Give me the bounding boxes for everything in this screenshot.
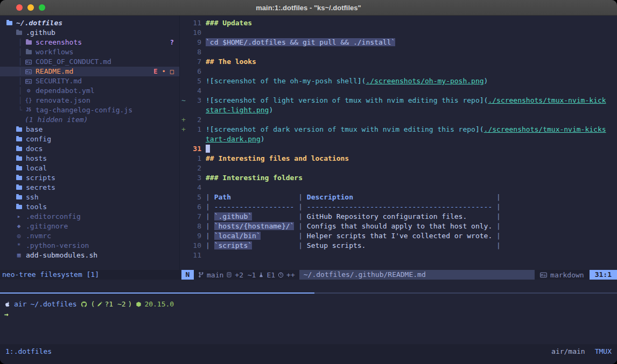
tree-item[interactable]: │{}renovate.json <box>0 96 179 105</box>
status-badge: E <box>153 67 157 76</box>
tree-item[interactable]: ▸.editorconfig <box>0 212 179 222</box>
js-icon: JS <box>25 105 32 115</box>
tree-item-label: ~/.dotfiles <box>16 18 62 28</box>
editor-row[interactable]: 8| `hosts/{hostname}/` | Configs that sh… <box>180 222 617 231</box>
gutter-sign: ~ <box>180 96 188 105</box>
editor-row[interactable]: 1## Interesting files and locations <box>180 154 617 163</box>
prompt-path: ~/.dotfiles <box>30 299 76 309</box>
tree-item[interactable]: .github <box>0 28 179 38</box>
editor-row[interactable]: start-light.png) <box>180 105 617 115</box>
editor-row[interactable]: 5![screenshot of the oh-my-posh shell](.… <box>180 76 617 86</box>
tree-guide: │ <box>18 76 25 86</box>
tree-item[interactable]: │screenshots? <box>0 38 179 47</box>
editor-row[interactable]: 2 <box>180 163 617 173</box>
tree-item[interactable]: │CODE_OF_CONDUCT.md <box>0 57 179 67</box>
tree-item[interactable]: scripts <box>0 173 179 183</box>
sh-icon: ▦ <box>15 251 23 260</box>
close-button[interactable] <box>16 4 23 11</box>
line-number: 10 <box>188 241 201 251</box>
tree-item[interactable]: ◎.nvmrc <box>0 231 179 241</box>
tree-item[interactable]: │README.mdE•□ <box>0 67 179 76</box>
tree-item[interactable]: │SECURITY.md <box>0 76 179 86</box>
tree-item-label: base <box>26 125 43 134</box>
tree-item[interactable]: │⚙dependabot.yml <box>0 86 179 96</box>
folder-icon <box>15 185 23 190</box>
editor-row[interactable]: 3### Interesting folders <box>180 173 617 183</box>
syntax-segment: | <box>496 241 501 249</box>
tree-item[interactable]: │workflows <box>0 47 179 57</box>
tree-item[interactable]: secrets <box>0 183 179 192</box>
syntax-segment: Helper scripts that I've collected or wr… <box>307 232 496 240</box>
editor[interactable]: 11### Updates 10 9`cd $HOME/.dotfiles &&… <box>180 16 617 270</box>
gutter-sign <box>180 241 188 251</box>
tree-item[interactable]: (1 hidden item) <box>0 115 179 125</box>
editor-row[interactable]: 8 <box>180 47 617 57</box>
tree-item-label: .gitignore <box>26 222 68 231</box>
status-badge: ? <box>170 38 174 47</box>
editor-line-text: `cd $HOME/.dotfiles && git pull && ./ins… <box>206 38 617 47</box>
editor-row[interactable]: 10 <box>180 28 617 38</box>
tree-guide: │ <box>18 96 25 105</box>
gutter-sign <box>180 163 188 173</box>
zoom-button[interactable] <box>39 4 45 11</box>
statusline-left: main +2 ~1 E1 ++ <box>194 271 299 279</box>
tree-item[interactable]: ssh <box>0 192 179 202</box>
tree-item[interactable]: *.python-version <box>0 241 179 251</box>
tree-item[interactable]: └JStag-changelog-config.js <box>0 105 179 115</box>
tree-item[interactable]: config <box>0 134 179 144</box>
tree-item[interactable]: ◆.gitignore <box>0 222 179 231</box>
editor-row[interactable]: tart-dark.png) <box>180 134 617 144</box>
folder-icon <box>5 21 13 25</box>
tree-item-label: CODE_OF_CONDUCT.md <box>36 57 111 67</box>
minimize-button[interactable] <box>27 4 34 11</box>
editor-row[interactable]: 9| `local/bin` | Helper scripts that I'v… <box>180 231 617 241</box>
editor-row[interactable]: 10| `scripts` | Setup scripts. | <box>180 241 617 251</box>
editor-row[interactable]: 4 <box>180 183 617 192</box>
tree-item[interactable]: tools <box>0 202 179 212</box>
file-tree[interactable]: ~/.dotfiles.github│screenshots?│workflow… <box>0 16 179 263</box>
editor-buffer[interactable]: 11### Updates 10 9`cd $HOME/.dotfiles &&… <box>180 16 617 263</box>
tree-item[interactable]: hosts <box>0 154 179 163</box>
neotree-sidebar[interactable]: ~/.dotfiles.github│screenshots?│workflow… <box>0 16 180 270</box>
syntax-segment: `.github` <box>214 212 252 220</box>
editor-row[interactable]: 11### Updates <box>180 18 617 28</box>
tree-item[interactable]: docs <box>0 144 179 154</box>
editor-row[interactable]: ~3![screenshot of light version of tmux … <box>180 96 617 105</box>
line-number: 5 <box>188 192 201 202</box>
syntax-segment: ./screenshots/tmux-nvim-kick <box>488 96 606 104</box>
tmux-session-name: air/main <box>551 347 585 355</box>
editor-row[interactable]: 7## The looks <box>180 57 617 67</box>
shell-pane[interactable]: air ~/.dotfiles (?1 ~2) 20.15.0 → <box>0 294 617 344</box>
filetype-label: markdown <box>550 271 584 279</box>
editor-row[interactable]: 4 <box>180 86 617 96</box>
editor-row[interactable]: 5| Path | Description | <box>180 192 617 202</box>
git-counts: ?1 ~2 <box>104 299 125 309</box>
syntax-segment: | <box>298 212 307 220</box>
tree-item[interactable]: local <box>0 163 179 173</box>
tree-item[interactable]: base <box>0 125 179 134</box>
editor-row[interactable]: 7| `.github` | GitHub Repository configu… <box>180 212 617 222</box>
editor-row[interactable]: +2 <box>180 115 617 125</box>
editor-row[interactable]: 31 <box>180 144 617 154</box>
editor-row[interactable]: 9`cd $HOME/.dotfiles && git pull && ./in… <box>180 38 617 47</box>
editor-row[interactable]: 11 <box>180 251 617 260</box>
editor-row[interactable]: 6 <box>180 67 617 76</box>
prompt-input-line[interactable]: → <box>4 309 613 319</box>
editor-row[interactable]: +1![screenshot of dark version of tmux w… <box>180 125 617 134</box>
syntax-segment: screenshot of the oh-my-posh shell <box>214 77 357 85</box>
syntax-segment: ----------------------------------------… <box>307 203 496 211</box>
line-number: 3 <box>188 96 201 105</box>
line-number <box>188 134 201 144</box>
node-section: 20.15.0 <box>136 299 174 309</box>
tmux-window-item[interactable]: 1:.dotfiles <box>5 347 52 355</box>
tree-item[interactable]: ▦add-submodules.sh <box>0 251 179 260</box>
gutter-sign <box>180 76 188 86</box>
syntax-segment: `hosts/{hostname}/` <box>214 222 295 230</box>
syntax-segment: ) <box>484 77 488 85</box>
tree-item[interactable]: ~/.dotfiles <box>0 18 179 28</box>
folder-icon <box>25 50 32 54</box>
gutter-sign <box>180 47 188 57</box>
editor-line-text: | `scripts` | Setup scripts. | <box>206 241 617 251</box>
syntax-segment: | <box>298 193 307 201</box>
editor-row[interactable]: 6| ------------------- | ---------------… <box>180 202 617 212</box>
